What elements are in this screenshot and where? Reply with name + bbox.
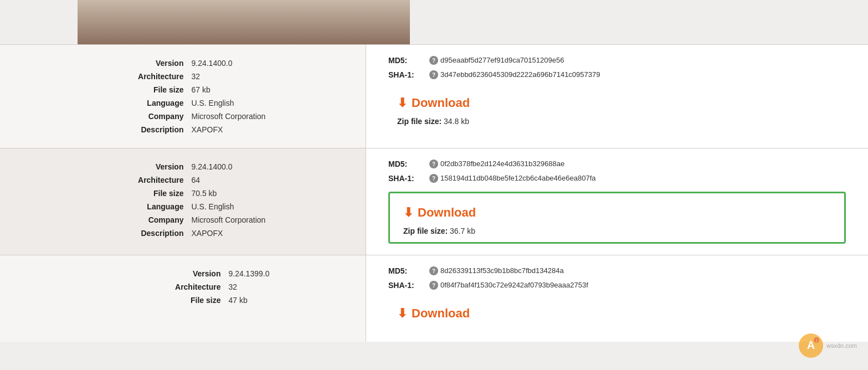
download-area-3: ⬇ Download <box>388 295 846 331</box>
info-value-filesize-1: 67 kb <box>189 84 353 96</box>
sha1-row-1: SHA-1: ? 3d47ebbd6236045309d2222a696b714… <box>388 70 846 79</box>
zip-size-value-1: 34.8 kb <box>444 117 469 126</box>
info-row-filesize-1: File size67 kb <box>79 84 353 96</box>
info-label-company-2: Company <box>79 214 188 226</box>
md5-value-1: d95eaabf5d277ef91d9ca70151209e56 <box>440 56 564 64</box>
file-info-right-1: MD5: ? d95eaabf5d277ef91d9ca70151209e56 … <box>366 45 868 148</box>
info-value-filesize-3: 47 kb <box>226 294 353 306</box>
info-row-version-1: Version9.24.1400.0 <box>79 57 353 69</box>
svg-text:!: ! <box>816 338 817 342</box>
sha1-label-2: SHA-1: <box>388 174 427 183</box>
info-row-language-2: LanguageU.S. English <box>79 201 353 213</box>
info-label-architecture-2: Architecture <box>79 174 188 186</box>
info-row-company-1: CompanyMicrosoft Corporation <box>79 110 353 122</box>
info-value-version-1: 9.24.1400.0 <box>189 57 353 69</box>
sha1-info-icon-1[interactable]: ? <box>429 70 438 79</box>
info-label-version-1: Version <box>79 57 188 69</box>
info-label-filesize-2: File size <box>79 187 188 199</box>
zip-size-label-2: Zip file size: <box>403 227 448 235</box>
info-label-language-2: Language <box>79 201 188 213</box>
info-row-architecture-3: Architecture32 <box>79 281 353 293</box>
info-label-architecture-3: Architecture <box>79 281 225 293</box>
appuals-logo-icon: A ! <box>798 332 824 342</box>
sha1-info-icon-3[interactable]: ? <box>429 281 438 290</box>
sha1-row-2: SHA-1: ? 158194d11db048be5fe12cb6c4abe46… <box>388 174 846 183</box>
download-area-1: ⬇ Download Zip file size: 34.8 kb <box>388 85 846 131</box>
info-value-description-1: XAPOFX <box>189 124 353 136</box>
file-info-left-2: Version9.24.1400.0Architecture64File siz… <box>0 148 366 255</box>
info-value-architecture-2: 64 <box>189 174 353 186</box>
right-content-2: MD5: ? 0f2db378fbe2d124e4d3631b329688ae … <box>388 160 846 244</box>
sha1-label-1: SHA-1: <box>388 70 427 79</box>
info-label-description-2: Description <box>79 227 188 239</box>
info-value-language-2: U.S. English <box>189 201 353 213</box>
info-row-architecture-1: Architecture32 <box>79 70 353 83</box>
md5-label-3: MD5: <box>388 266 427 275</box>
file-info-right-2: MD5: ? 0f2db378fbe2d124e4d3631b329688ae … <box>366 148 868 255</box>
sha1-row-3: SHA-1: ? 0f84f7baf4f1530c72e9242af0793b9… <box>388 281 846 290</box>
file-info-left-3: Version9.24.1399.0Architecture32File siz… <box>0 255 366 342</box>
sha1-value-3: 0f84f7baf4f1530c72e9242af0793b9eaaa2753f <box>440 281 588 289</box>
content-area: Version9.24.1400.0Architecture32File siz… <box>0 44 868 342</box>
right-content-3: MD5: ? 8d26339113f53c9b1b8bc7fbd134284a … <box>388 266 846 331</box>
info-value-version-3: 9.24.1399.0 <box>226 268 353 280</box>
md5-info-icon-1[interactable]: ? <box>429 56 438 65</box>
info-label-language-1: Language <box>79 97 188 109</box>
info-row-version-3: Version9.24.1399.0 <box>79 268 353 280</box>
info-value-language-1: U.S. English <box>189 97 353 109</box>
info-label-company-1: Company <box>79 110 188 122</box>
zip-size-label-1: Zip file size: <box>397 117 441 126</box>
info-row-language-1: LanguageU.S. English <box>79 97 353 109</box>
image-area <box>0 0 868 44</box>
download-icon-3: ⬇ <box>397 306 407 321</box>
info-label-filesize-3: File size <box>79 294 225 306</box>
info-row-description-2: DescriptionXAPOFX <box>79 227 353 239</box>
info-row-version-2: Version9.24.1400.0 <box>79 161 353 173</box>
download-icon-2: ⬇ <box>403 205 413 220</box>
info-table-2: Version9.24.1400.0Architecture64File siz… <box>78 160 355 240</box>
info-row-description-1: DescriptionXAPOFX <box>79 124 353 136</box>
file-row-2: Version9.24.1400.0Architecture64File siz… <box>0 148 868 255</box>
md5-row-1: MD5: ? d95eaabf5d277ef91d9ca70151209e56 <box>388 56 846 65</box>
download-label-3: Download <box>412 306 470 321</box>
sha1-value-2: 158194d11db048be5fe12cb6c4abe46e6ea807fa <box>440 174 596 182</box>
info-value-company-2: Microsoft Corporation <box>189 214 353 226</box>
info-row-company-2: CompanyMicrosoft Corporation <box>79 214 353 226</box>
watermark: A ! wsxdn.com <box>798 332 857 342</box>
md5-label-1: MD5: <box>388 56 427 65</box>
md5-label-2: MD5: <box>388 160 427 168</box>
info-label-version-2: Version <box>79 161 188 173</box>
info-row-architecture-2: Architecture64 <box>79 174 353 186</box>
download-button-1[interactable]: ⬇ Download <box>397 96 470 110</box>
right-content-1: MD5: ? d95eaabf5d277ef91d9ca70151209e56 … <box>388 56 846 131</box>
md5-value-2: 0f2db378fbe2d124e4d3631b329688ae <box>440 160 564 168</box>
sha1-value-1: 3d47ebbd6236045309d2222a696b7141c0957379 <box>440 70 600 79</box>
info-label-description-1: Description <box>79 124 188 136</box>
info-value-filesize-2: 70.5 kb <box>189 187 353 199</box>
download-label-2: Download <box>418 205 476 220</box>
zip-size-value-2: 36.7 kb <box>450 227 475 235</box>
info-value-description-2: XAPOFX <box>189 227 353 239</box>
md5-value-3: 8d26339113f53c9b1b8bc7fbd134284a <box>440 266 564 275</box>
info-row-filesize-2: File size70.5 kb <box>79 187 353 199</box>
file-info-left-1: Version9.24.1400.0Architecture32File siz… <box>0 45 366 148</box>
md5-info-icon-3[interactable]: ? <box>429 266 438 275</box>
zip-size-row-1: Zip file size: 34.8 kb <box>397 117 837 126</box>
md5-row-3: MD5: ? 8d26339113f53c9b1b8bc7fbd134284a <box>388 266 846 275</box>
md5-row-2: MD5: ? 0f2db378fbe2d124e4d3631b329688ae <box>388 160 846 168</box>
download-icon-1: ⬇ <box>397 96 407 110</box>
info-row-filesize-3: File size47 kb <box>79 294 353 306</box>
info-label-filesize-1: File size <box>79 84 188 96</box>
md5-info-icon-2[interactable]: ? <box>429 160 438 168</box>
zip-size-row-2: Zip file size: 36.7 kb <box>403 227 831 235</box>
download-button-2[interactable]: ⬇ Download <box>403 205 476 220</box>
info-table-1: Version9.24.1400.0Architecture32File siz… <box>78 56 355 137</box>
top-banner-image <box>78 0 410 44</box>
download-label-1: Download <box>412 96 470 110</box>
file-row-3: Version9.24.1399.0Architecture32File siz… <box>0 255 868 342</box>
info-value-architecture-1: 32 <box>189 70 353 83</box>
info-label-version-3: Version <box>79 268 225 280</box>
sha1-info-icon-2[interactable]: ? <box>429 174 438 183</box>
file-info-right-3: MD5: ? 8d26339113f53c9b1b8bc7fbd134284a … <box>366 255 868 342</box>
download-button-3[interactable]: ⬇ Download <box>397 306 470 321</box>
